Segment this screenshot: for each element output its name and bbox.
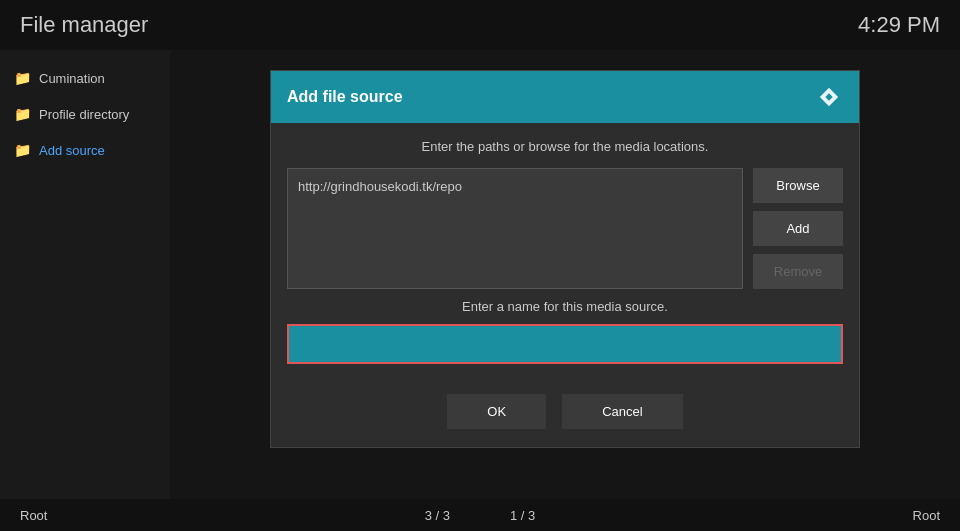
path-value: http://grindhousekodi.tk/repo [298, 179, 462, 194]
dialog-footer: OK Cancel [271, 380, 859, 447]
remove-button[interactable]: Remove [753, 254, 843, 289]
app-title: File manager [20, 12, 148, 38]
add-file-source-dialog: Add file source Enter the paths or brows… [270, 70, 860, 448]
folder-icon: 📁 [14, 70, 31, 86]
folder-icon: 📁 [14, 106, 31, 122]
sidebar-label-cumination: Cumination [39, 71, 105, 86]
ok-button[interactable]: OK [447, 394, 546, 429]
header: File manager 4:29 PM [0, 0, 960, 50]
sidebar-item-cumination[interactable]: 📁 Cumination [0, 60, 170, 96]
add-button[interactable]: Add [753, 211, 843, 246]
status-right: Root [913, 508, 940, 523]
sidebar: 📁 Cumination 📁 Profile directory 📁 Add s… [0, 50, 170, 499]
name-input[interactable] [287, 324, 843, 364]
sidebar-item-profile-directory[interactable]: 📁 Profile directory [0, 96, 170, 132]
status-center-left: 3 / 3 [425, 508, 450, 523]
dialog-instruction: Enter the paths or browse for the media … [287, 139, 843, 154]
main-layout: 📁 Cumination 📁 Profile directory 📁 Add s… [0, 50, 960, 499]
dialog-body: Enter the paths or browse for the media … [271, 123, 859, 380]
name-section: Enter a name for this media source. [287, 299, 843, 364]
cancel-button[interactable]: Cancel [562, 394, 682, 429]
kodi-diamond-icon [818, 86, 840, 108]
sidebar-label-add-source: Add source [39, 143, 105, 158]
status-bar: Root 3 / 3 1 / 3 Root [0, 499, 960, 531]
browse-button[interactable]: Browse [753, 168, 843, 203]
status-center: 3 / 3 1 / 3 [425, 508, 536, 523]
clock: 4:29 PM [858, 12, 940, 38]
sidebar-item-add-source[interactable]: 📁 Add source [0, 132, 170, 168]
path-input-area[interactable]: http://grindhousekodi.tk/repo [287, 168, 743, 289]
status-left: Root [20, 508, 47, 523]
content-area: Add file source Enter the paths or brows… [170, 50, 960, 499]
sidebar-label-profile-directory: Profile directory [39, 107, 129, 122]
kodi-logo [815, 83, 843, 111]
side-buttons: Browse Add Remove [753, 168, 843, 289]
dialog-title: Add file source [287, 88, 403, 106]
name-label: Enter a name for this media source. [287, 299, 843, 314]
dialog-header: Add file source [271, 71, 859, 123]
path-row: http://grindhousekodi.tk/repo Browse Add… [287, 168, 843, 289]
dialog-overlay: Add file source Enter the paths or brows… [170, 50, 960, 499]
status-center-right: 1 / 3 [510, 508, 535, 523]
folder-icon: 📁 [14, 142, 31, 158]
